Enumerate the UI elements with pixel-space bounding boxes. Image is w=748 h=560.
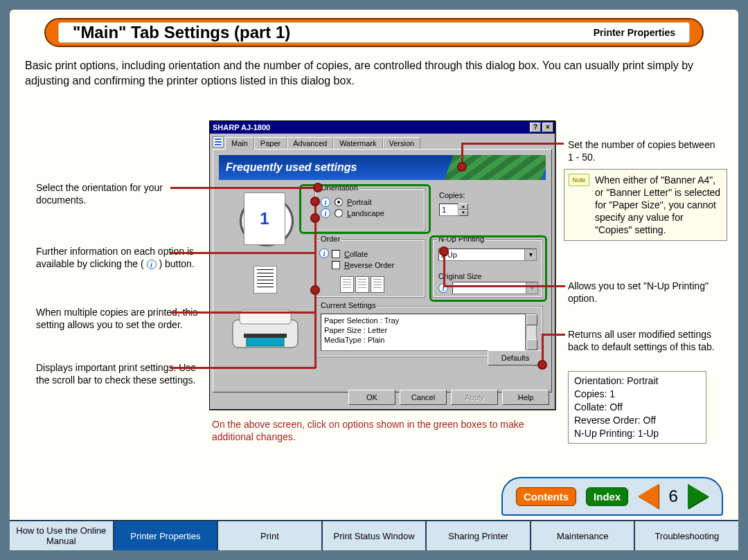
annotation-info-button: Further information on each option is av… bbox=[36, 245, 195, 270]
page-number: 6 bbox=[668, 487, 677, 506]
footer-item-maintenance[interactable]: Maintenance bbox=[531, 521, 636, 550]
orientation-portrait-radio[interactable]: i Portrait bbox=[321, 197, 419, 207]
footer-item-print-status[interactable]: Print Status Window bbox=[323, 521, 427, 550]
svg-rect-2 bbox=[247, 336, 284, 346]
order-legend: Order bbox=[319, 235, 341, 243]
reverse-order-checkbox[interactable]: Reverse Order bbox=[332, 261, 419, 269]
help-icon[interactable]: ? bbox=[530, 123, 541, 132]
close-icon[interactable]: × bbox=[542, 123, 553, 132]
info-icon[interactable]: i bbox=[321, 197, 330, 207]
collate-checkbox[interactable]: Collate bbox=[332, 250, 419, 258]
current-settings-list: Paper Selection : Tray Paper Size : Lett… bbox=[321, 314, 526, 351]
current-settings-legend: Current Settings bbox=[319, 301, 377, 309]
tab-paper[interactable]: Paper bbox=[254, 137, 287, 150]
help-button[interactable]: Help bbox=[502, 390, 549, 405]
title-pill: "Main" Tab Settings (part 1) Printer Pro… bbox=[44, 18, 704, 47]
footer-item-print[interactable]: Print bbox=[218, 521, 323, 550]
tab-advanced[interactable]: Advanced bbox=[287, 137, 333, 150]
footer-item-manual[interactable]: How to Use the Online Manual bbox=[10, 521, 114, 550]
tab-main[interactable]: Main bbox=[225, 137, 254, 150]
index-button[interactable]: Index bbox=[586, 487, 628, 506]
defaults-button[interactable]: Defaults bbox=[488, 350, 543, 365]
page-preview: 1 bbox=[244, 192, 285, 245]
tab-version[interactable]: Version bbox=[383, 137, 421, 150]
info-icon[interactable]: i bbox=[321, 208, 330, 218]
collate-preview-icon bbox=[355, 276, 369, 293]
annotation-copies: Set the number of copies between 1 - 50. bbox=[568, 138, 720, 163]
footer-item-printer-properties[interactable]: Printer Properties bbox=[114, 521, 219, 550]
pager: Contents Index 6 bbox=[501, 477, 723, 516]
orientation-landscape-radio[interactable]: i Landscape bbox=[321, 208, 419, 218]
note-box: Note When either of "Banner A4", or "Ban… bbox=[564, 169, 727, 241]
annotation-orientation: Select the orientation for your document… bbox=[36, 181, 195, 206]
defaults-list: Orientation: Portrait Copies: 1 Collate:… bbox=[568, 371, 706, 444]
page-subtitle: Printer Properties bbox=[594, 27, 675, 38]
nup-dropdown[interactable]: 1-Up bbox=[438, 249, 537, 261]
ok-button[interactable]: OK bbox=[348, 390, 395, 405]
apply-button[interactable]: Apply bbox=[451, 390, 498, 405]
footer-nav: How to Use the Online Manual Printer Pro… bbox=[10, 520, 738, 550]
note-tag: Note bbox=[569, 174, 589, 186]
annotation-nup: Allows you to set "N-Up Printing" option… bbox=[568, 280, 720, 305]
red-instruction: On the above screen, click on options sh… bbox=[212, 418, 551, 443]
copies-spinner[interactable]: 1 ▲▼ bbox=[439, 204, 468, 216]
document-icon bbox=[253, 266, 277, 293]
info-icon: i bbox=[147, 260, 157, 269]
info-icon[interactable]: i bbox=[319, 249, 329, 258]
dialog-title: SHARP AJ-1800 bbox=[213, 123, 270, 132]
annotation-defaults: Returns all user modified settings back … bbox=[568, 328, 720, 353]
next-page-icon[interactable] bbox=[688, 484, 709, 509]
original-size-dropdown[interactable] bbox=[452, 282, 538, 294]
page-title: "Main" Tab Settings (part 1) bbox=[73, 23, 290, 42]
svg-rect-3 bbox=[244, 334, 287, 338]
footer-item-sharing[interactable]: Sharing Printer bbox=[427, 521, 531, 550]
printer-illustration bbox=[227, 306, 303, 357]
copies-label: Copies: bbox=[439, 191, 465, 199]
collate-preview-icon bbox=[371, 276, 384, 293]
frequently-used-banner: Frequently used settings bbox=[219, 155, 546, 180]
prev-page-icon[interactable] bbox=[638, 484, 659, 509]
collate-preview-icon bbox=[340, 276, 354, 293]
cancel-button[interactable]: Cancel bbox=[400, 390, 447, 405]
intro-text: Basic print options, including orientati… bbox=[25, 58, 723, 89]
nup-legend: N-Up Printing bbox=[437, 235, 486, 243]
annotation-current-settings: Displays important print settings. Use t… bbox=[36, 361, 202, 386]
orientation-legend: Orientation bbox=[319, 183, 359, 192]
scrollbar[interactable] bbox=[526, 314, 537, 351]
printer-icon bbox=[213, 136, 224, 147]
contents-button[interactable]: Contents bbox=[516, 487, 576, 506]
footer-item-troubleshooting[interactable]: Troubleshooting bbox=[635, 521, 738, 550]
tab-watermark[interactable]: Watermark bbox=[333, 137, 382, 150]
annotation-order: When multiple copies are printed, this s… bbox=[36, 306, 202, 331]
